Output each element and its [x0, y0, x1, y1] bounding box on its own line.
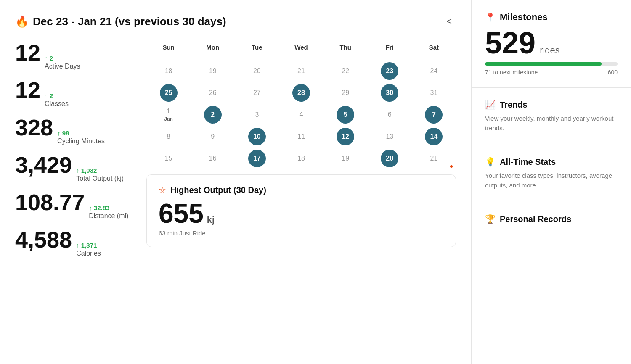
header: 🔥 Dec 23 - Jan 21 (vs previous 30 days) … — [15, 13, 456, 29]
ho-value: 655 kj — [159, 200, 444, 227]
ho-subtitle: 63 min Just Ride — [159, 229, 444, 237]
cal-cell-w2-d6[interactable]: 7 — [412, 104, 456, 126]
cal-cell-w1-d5[interactable]: 30 — [368, 82, 412, 104]
stat-row-total-output: 3,429 ↑ 1,032 Total Output (kj) — [15, 153, 133, 182]
milestone-count: 529 rides — [485, 28, 618, 58]
stat-label-cycling-minutes: Cycling Minutes — [57, 137, 105, 145]
stats-column: 12 ↑ 2 Active Days 12 ↑ 2 Classes 328 ↑ … — [15, 41, 133, 351]
milestone-rides-unit: rides — [540, 45, 560, 56]
stat-detail-total-output: ↑ 1,032 Total Output (kj) — [76, 167, 124, 182]
stat-change-classes: ↑ 2 — [45, 92, 69, 99]
stat-row-classes: 12 ↑ 2 Classes — [15, 79, 133, 108]
cal-cell-w2-d4[interactable]: 5 — [323, 104, 368, 126]
cal-cell-w1-d0[interactable]: 25 — [146, 82, 191, 104]
stat-row-active-days: 12 ↑ 2 Active Days — [15, 41, 133, 70]
back-button[interactable]: < — [442, 13, 456, 29]
stat-label-active-days: Active Days — [45, 63, 80, 70]
trends-description: View your weekly, monthly and yearly wor… — [485, 114, 618, 133]
alltime-title: All-Time Stats — [500, 157, 556, 167]
cal-day-header-tue: Tue — [235, 41, 279, 57]
cal-cell-w1-d6: 31 — [412, 82, 456, 104]
cal-cell-w3-d6[interactable]: 14 — [412, 126, 456, 148]
cal-cell-w3-d2[interactable]: 10 — [235, 126, 279, 148]
milestone-rides-number: 529 — [485, 28, 536, 58]
cal-cell-w4-d5[interactable]: 20 — [368, 148, 412, 169]
milestone-header: 📍 Milestones — [485, 12, 618, 23]
stat-number-distance: 108.77 — [15, 191, 85, 214]
right-sidebar: 📍 Milestones 529 rides 71 to next milest… — [471, 0, 631, 364]
stat-label-distance: Distance (mi) — [89, 212, 128, 220]
cal-cell-w3-d0: 8 — [146, 126, 191, 148]
milestone-next-value: 600 — [608, 69, 618, 76]
content-columns: 12 ↑ 2 Active Days 12 ↑ 2 Classes 328 ↑ … — [15, 41, 456, 351]
cal-cell-w4-d3: 18 — [279, 148, 323, 169]
cal-day-header-mon: Mon — [191, 41, 235, 57]
pr-header: 🏆 Personal Records — [485, 214, 618, 224]
cal-cell-w3-d3: 11 — [279, 126, 323, 148]
stat-change-cycling-minutes: ↑ 98 — [57, 129, 105, 137]
alltime-header: 💡 All-Time Stats — [485, 157, 618, 167]
stat-number-total-output: 3,429 — [15, 153, 72, 176]
trends-title: Trends — [500, 100, 528, 110]
cal-cell-w0-d0: 18 — [146, 60, 191, 82]
stat-change-distance: ↑ 32.83 — [89, 204, 128, 211]
cal-cell-w2-d2: 3 — [235, 104, 279, 126]
personal-records-card[interactable]: 🏆 Personal Records — [472, 202, 631, 236]
calendar-body: 1819202122232425262728293031 1 Jan 23456… — [146, 60, 456, 169]
alltime-description: Your favorite class types, instructors, … — [485, 171, 618, 190]
stat-detail-classes: ↑ 2 Classes — [45, 92, 69, 108]
cal-cell-w1-d1: 26 — [191, 82, 235, 104]
stat-label-classes: Classes — [45, 100, 69, 108]
stat-row-cycling-minutes: 328 ↑ 98 Cycling Minutes — [15, 116, 133, 145]
cal-cell-w0-d3: 21 — [279, 60, 323, 82]
trends-card[interactable]: 📈 Trends View your weekly, monthly and y… — [472, 88, 631, 145]
milestone-progress-fill — [485, 62, 602, 66]
cal-cell-w3-d5: 13 — [368, 126, 412, 148]
stat-number-calories: 4,588 — [15, 228, 72, 251]
pr-title: Personal Records — [500, 214, 571, 224]
cal-cell-w4-d2[interactable]: 17 — [235, 148, 279, 169]
cal-cell-w2-d3: 4 — [279, 104, 323, 126]
highest-output-box: ☆ Highest Output (30 Day) 655 kj 63 min … — [146, 174, 456, 247]
header-left: 🔥 Dec 23 - Jan 21 (vs previous 30 days) — [15, 15, 226, 28]
milestone-title: Milestones — [500, 12, 548, 23]
stat-number-classes: 12 — [15, 79, 40, 101]
cal-cell-w0-d2: 20 — [235, 60, 279, 82]
cal-day-header-thu: Thu — [323, 41, 368, 57]
stat-detail-distance: ↑ 32.83 Distance (mi) — [89, 204, 128, 220]
cal-cell-w4-d1: 16 — [191, 148, 235, 169]
stat-row-distance: 108.77 ↑ 32.83 Distance (mi) — [15, 191, 133, 220]
calendar-header: SunMonTueWedThuFriSat — [146, 41, 456, 57]
ho-number: 655 — [159, 200, 204, 227]
cal-cell-w3-d4[interactable]: 12 — [323, 126, 368, 148]
stat-label-total-output: Total Output (kj) — [76, 175, 124, 182]
star-icon: ☆ — [159, 185, 166, 195]
cal-cell-w2-d0: 1 Jan — [146, 104, 191, 126]
trends-header: 📈 Trends — [485, 100, 618, 110]
stat-detail-cycling-minutes: ↑ 98 Cycling Minutes — [57, 129, 105, 145]
milestones-card[interactable]: 📍 Milestones 529 rides 71 to next milest… — [472, 0, 631, 88]
milestone-to-next: 71 to next milestone — [485, 69, 538, 76]
cal-cell-w2-d1[interactable]: 2 — [191, 104, 235, 126]
milestone-labels: 71 to next milestone 600 — [485, 69, 618, 76]
cal-day-header-fri: Fri — [368, 41, 412, 57]
cal-cell-w0-d5[interactable]: 23 — [368, 60, 412, 82]
cal-cell-w1-d4: 29 — [323, 82, 368, 104]
cal-cell-w4-d4: 19 — [323, 148, 368, 169]
calendar-column: SunMonTueWedThuFriSat 181920212223242526… — [146, 41, 456, 351]
cal-day-header-sat: Sat — [412, 41, 456, 57]
stat-change-active-days: ↑ 2 — [45, 55, 80, 62]
stat-label-calories: Calories — [76, 250, 101, 257]
cal-cell-w0-d4: 22 — [323, 60, 368, 82]
cal-dot — [450, 165, 453, 168]
alltime-stats-card[interactable]: 💡 All-Time Stats Your favorite class typ… — [472, 145, 631, 202]
trend-icon: 📈 — [485, 100, 496, 110]
main-panel: 🔥 Dec 23 - Jan 21 (vs previous 30 days) … — [0, 0, 471, 364]
stat-detail-calories: ↑ 1,371 Calories — [76, 242, 101, 257]
cal-cell-w1-d3[interactable]: 28 — [279, 82, 323, 104]
milestone-progress-bar — [485, 62, 618, 66]
ho-header: ☆ Highest Output (30 Day) — [159, 185, 444, 195]
pin-icon: 📍 — [485, 12, 496, 22]
bulb-icon: 💡 — [485, 157, 496, 167]
stat-change-calories: ↑ 1,371 — [76, 242, 101, 249]
